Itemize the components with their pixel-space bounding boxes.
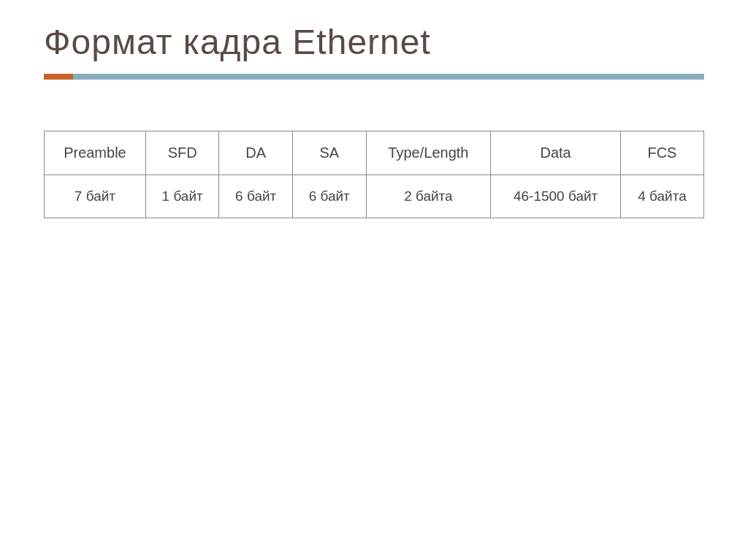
col-header-preamble: Preamble	[45, 131, 146, 175]
cell-da: 6 байт	[219, 175, 293, 218]
cell-sa: 6 байт	[292, 175, 366, 218]
col-header-data: Data	[491, 131, 621, 175]
table-container: Preamble SFD DA SA Type/Length Data FCS …	[44, 131, 704, 218]
col-header-type-length: Type/Length	[366, 131, 491, 175]
ethernet-frame-table: Preamble SFD DA SA Type/Length Data FCS …	[44, 131, 704, 218]
page-title: Формат кадра Ethernet	[44, 22, 704, 62]
blue-bar-decoration	[73, 74, 704, 80]
col-header-fcs: FCS	[620, 131, 703, 175]
slide: Формат кадра Ethernet Preamble SFD DA SA…	[0, 0, 748, 560]
cell-type-length: 2 байта	[366, 175, 491, 218]
cell-preamble: 7 байт	[45, 175, 146, 218]
cell-fcs: 4 байта	[620, 175, 703, 218]
orange-bar-decoration	[44, 74, 73, 80]
table-header-row: Preamble SFD DA SA Type/Length Data FCS	[45, 131, 704, 175]
col-header-sa: SA	[292, 131, 366, 175]
cell-sfd: 1 байт	[145, 175, 219, 218]
col-header-da: DA	[219, 131, 293, 175]
title-area: Формат кадра Ethernet	[0, 0, 748, 80]
table-row: 7 байт 1 байт 6 байт 6 байт 2 байта 46-1…	[45, 175, 704, 218]
col-header-sfd: SFD	[145, 131, 219, 175]
header-bar	[44, 74, 704, 80]
cell-data: 46-1500 байт	[491, 175, 621, 218]
